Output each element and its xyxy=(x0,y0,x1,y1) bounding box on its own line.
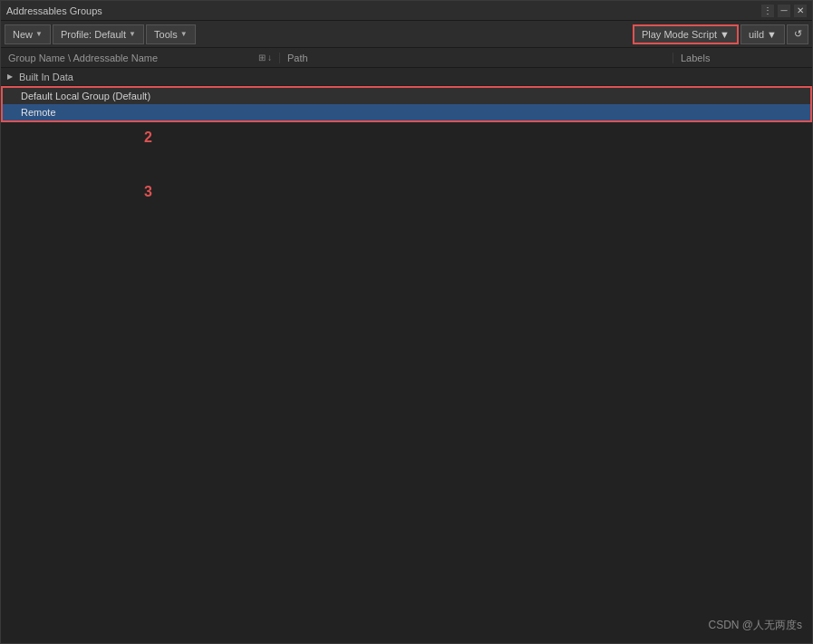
default-local-row[interactable]: Default Local Group (Default) xyxy=(1,86,812,104)
col-group-label: Group Name \ Addressable Name xyxy=(8,53,158,63)
col-path: Path xyxy=(279,53,673,63)
toolbar: New ▼ Profile: Default ▼ Tools ▼ Play Mo… xyxy=(1,21,812,48)
refresh-button[interactable]: ↺ xyxy=(787,24,808,44)
content-area: ▶ Built In Data Default Local Group (Def… xyxy=(1,68,812,643)
annotation-2: 2 xyxy=(144,130,152,146)
profile-button[interactable]: Profile: Default ▼ xyxy=(53,24,144,44)
built-in-row[interactable]: ▶ Built In Data xyxy=(1,68,812,86)
col-labels: Labels xyxy=(673,53,808,63)
collapse-triangle: ▶ xyxy=(5,72,15,82)
new-label: New xyxy=(13,29,33,40)
play-mode-chevron: ▼ xyxy=(720,29,730,40)
col-labels-label: Labels xyxy=(681,53,710,63)
new-chevron: ▼ xyxy=(35,30,43,38)
main-window: Addressables Groups ⋮ ─ ✕ New ▼ Profile:… xyxy=(0,0,813,644)
col-icons: ⊞ ↓ xyxy=(258,53,279,62)
default-local-label: Default Local Group (Default) xyxy=(21,91,150,101)
window-title: Addressables Groups xyxy=(6,5,102,16)
title-bar: Addressables Groups ⋮ ─ ✕ xyxy=(1,1,812,21)
column-headers: Group Name \ Addressable Name ⊞ ↓ Path L… xyxy=(1,48,812,68)
tools-button[interactable]: Tools ▼ xyxy=(146,24,196,44)
profile-label: Profile: Default xyxy=(61,29,126,40)
minimize-button[interactable]: ─ xyxy=(778,5,790,17)
refresh-icon: ↺ xyxy=(794,28,802,40)
col-icon-1: ⊞ xyxy=(258,53,266,62)
build-chevron: ▼ xyxy=(767,29,777,40)
play-mode-label: Play Mode Script xyxy=(642,29,717,40)
profile-chevron: ▼ xyxy=(129,30,136,38)
remote-row[interactable]: Remote xyxy=(1,104,812,122)
play-mode-button[interactable]: Play Mode Script ▼ xyxy=(633,24,739,44)
annotation-3: 3 xyxy=(144,184,152,200)
col-icon-2: ↓ xyxy=(267,53,272,62)
remote-label: Remote xyxy=(21,107,56,118)
col-path-label: Path xyxy=(287,53,308,63)
tools-chevron: ▼ xyxy=(180,30,188,38)
more-button[interactable]: ⋮ xyxy=(761,5,774,17)
new-button[interactable]: New ▼ xyxy=(5,24,51,44)
tools-label: Tools xyxy=(154,29,178,40)
col-group-name: Group Name \ Addressable Name xyxy=(5,53,258,63)
watermark: CSDN @人无两度s xyxy=(708,618,802,633)
build-button[interactable]: uild ▼ xyxy=(740,24,785,44)
close-button[interactable]: ✕ xyxy=(794,5,807,17)
built-in-label: Built In Data xyxy=(19,72,73,82)
title-controls: ⋮ ─ ✕ xyxy=(761,5,807,17)
build-label: uild xyxy=(749,29,764,40)
